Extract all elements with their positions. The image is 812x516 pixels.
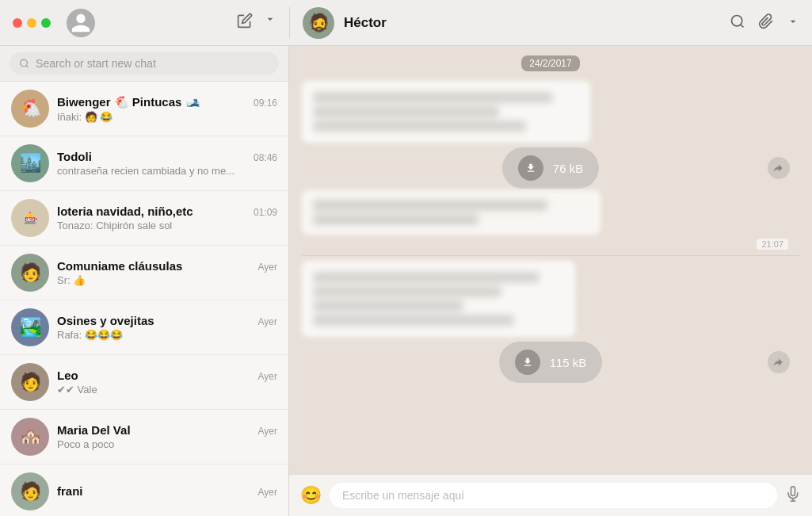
search-input[interactable] [36,57,269,70]
chat-item-biwenger[interactable]: 🐔 Biwenger 🐔 Pintucas 🎿 09:16 Iñaki: 🧑 😂 [0,82,288,136]
chat-name-leo: Leo [57,369,78,382]
window-controls [13,18,51,28]
chat-avatar-osines: 🏞️ [11,308,49,346]
message-block-1: 76 kB 21:07 [302,81,799,250]
chat-info-leo: Leo Ayer ✔✔ Vale [57,369,277,396]
chat-preview-todoli: contraseña recien cambiada y no me... [57,165,277,177]
date-badge: 24/2/2017 [302,55,799,71]
main-area: 🐔 Biwenger 🐔 Pintucas 🎿 09:16 Iñaki: 🧑 😂… [0,46,812,516]
chat-avatar-frani: 🧑 [11,472,49,510]
svg-point-2 [21,59,28,67]
chat-name-mariadelval: Maria Del Val [57,423,131,437]
sidebar: 🐔 Biwenger 🐔 Pintucas 🎿 09:16 Iñaki: 🧑 😂… [0,46,289,516]
chat-name-comuniame: Comuniame cláusulas [57,259,182,273]
file-message-row-2: 115 kB [302,342,799,383]
chat-info-comuniame: Comuniame cláusulas Ayer Sr: 👍 [57,259,277,286]
chat-preview-mariadelval: Poco a poco [57,438,277,450]
chat-avatar-todoli: 🏙️ [11,144,49,182]
title-right-icons [730,13,799,32]
maximize-button[interactable] [41,18,51,28]
search-input-wrap[interactable] [10,52,279,75]
message-block-2: 115 kB [302,261,799,383]
dropdown-icon-left[interactable] [264,13,276,32]
chat-info-osines: Osines y ovejitas Ayer Rafa: 😂😂😂 [57,314,277,341]
chat-item-leo[interactable]: 🧑 Leo Ayer ✔✔ Vale [0,355,288,410]
svg-line-1 [741,24,744,27]
forward-button-1[interactable] [768,157,790,179]
chat-preview-leo: ✔✔ Vale [57,384,277,396]
chat-time-leo: Ayer [258,371,277,382]
chat-name-biwenger: Biwenger 🐔 Pintucas 🎿 [57,95,200,109]
title-bar-left [0,9,289,37]
forward-button-2[interactable] [768,351,790,373]
chat-time-frani: Ayer [258,487,277,498]
chat-name-osines: Osines y ovejitas [57,314,154,327]
chat-item-frani[interactable]: 🧑 frani Ayer [0,464,288,516]
blurred-message-2 [302,190,600,235]
chat-panel: 24/2/2017 [289,46,812,516]
chat-preview-osines: Rafa: 😂😂😂 [57,329,277,341]
file-size-1: 76 kB [553,162,583,175]
chat-info-todoli: Todoli 08:46 contraseña recien cambiada … [57,150,277,177]
my-profile-avatar[interactable] [67,9,95,37]
chat-info-loteria: loteria navidad, niño,etc 01:09 Tonazo: … [57,204,277,231]
chat-avatar-biwenger: 🐔 [11,90,49,128]
dropdown-icon-right[interactable] [787,15,799,31]
compose-icon[interactable] [237,13,253,32]
svg-line-3 [26,66,28,67]
search-icon[interactable] [730,13,745,32]
chat-list: 🐔 Biwenger 🐔 Pintucas 🎿 09:16 Iñaki: 🧑 😂… [0,82,288,516]
emoji-icon[interactable]: 😊 [300,485,322,506]
download-button-1[interactable] [518,155,543,181]
blurred-message-3 [302,261,575,337]
svg-point-0 [732,15,742,25]
chat-time-biwenger: 09:16 [254,97,277,109]
chat-info-mariadelval: Maria Del Val Ayer Poco a poco [57,423,277,450]
chat-info-frani: frani Ayer [57,484,277,499]
input-bar: 😊 [289,474,812,516]
chat-info-biwenger: Biwenger 🐔 Pintucas 🎿 09:16 Iñaki: 🧑 😂 [57,95,277,123]
title-bar: 🧔 Héctor [0,0,812,46]
chat-time-comuniame: Ayer [258,262,277,273]
search-icon-sidebar [19,58,29,69]
chat-item-loteria[interactable]: 🎰 loteria navidad, niño,etc 01:09 Tonazo… [0,191,288,246]
chat-preview-biwenger: Iñaki: 🧑 😂 [57,111,277,123]
chat-name-loteria: loteria navidad, niño,etc [57,204,193,218]
chat-name-frani: frani [57,484,83,498]
search-bar [0,46,288,82]
chat-avatar-comuniame: 🧑 [11,254,49,292]
chat-time-osines: Ayer [258,316,277,327]
file-message-row-1: 76 kB [302,147,799,189]
download-button-2[interactable] [515,350,540,375]
chat-preview-comuniame: Sr: 👍 [57,274,277,286]
contact-avatar[interactable]: 🧔 [303,7,334,39]
file-size-2: 115 kB [550,356,587,369]
title-bar-right: 🧔 Héctor [289,7,812,39]
chat-time-todoli: 08:46 [254,152,277,163]
chat-name-todoli: Todoli [57,150,92,163]
file-bubble-1: 76 kB [502,147,599,189]
chat-time-loteria: 01:09 [254,207,277,218]
chat-item-mariadelval[interactable]: 🏘️ Maria Del Val Ayer Poco a poco [0,410,288,464]
chat-item-osines[interactable]: 🏞️ Osines y ovejitas Ayer Rafa: 😂😂😂 [0,300,288,355]
contact-name: Héctor [344,15,387,31]
blurred-message-1 [302,81,590,143]
mic-icon[interactable] [785,486,801,505]
close-button[interactable] [13,18,22,28]
chat-item-todoli[interactable]: 🏙️ Todoli 08:46 contraseña recien cambia… [0,136,288,191]
message-time-1: 21:07 [302,236,799,250]
chat-avatar-leo: 🧑 [11,363,49,401]
chat-item-comuniame[interactable]: 🧑 Comuniame cláusulas Ayer Sr: 👍 [0,246,288,300]
chat-avatar-loteria: 🎰 [11,199,49,237]
paperclip-icon[interactable] [758,13,774,32]
title-bar-left-icons [237,13,276,32]
message-separator [302,255,799,256]
chat-time-mariadelval: Ayer [258,426,277,437]
chat-avatar-mariadelval: 🏘️ [11,418,49,456]
message-input[interactable] [330,483,777,508]
file-bubble-2: 115 kB [499,342,603,383]
minimize-button[interactable] [27,18,36,28]
chat-preview-loteria: Tonazo: Chipirón sale sol [57,220,277,231]
messages-area: 24/2/2017 [289,46,812,474]
